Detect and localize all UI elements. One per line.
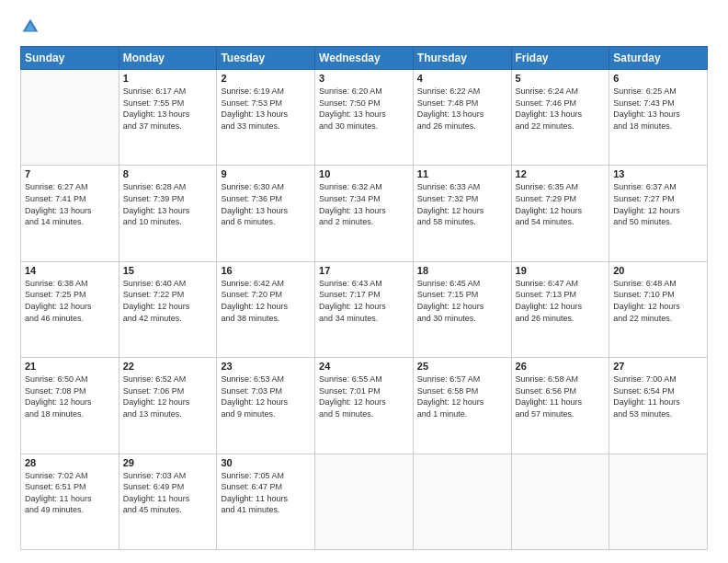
day-number: 28 (25, 457, 115, 468)
day-number: 24 (319, 361, 409, 372)
day-number: 16 (221, 265, 311, 276)
day-number: 25 (417, 361, 507, 372)
day-info: Sunrise: 7:00 AMSunset: 6:54 PMDaylight:… (613, 373, 703, 419)
day-number: 15 (123, 265, 213, 276)
day-number: 11 (417, 168, 507, 179)
weekday-wednesday: Wednesday (315, 47, 414, 70)
day-number: 12 (516, 168, 606, 179)
day-number: 21 (25, 361, 115, 372)
day-info: Sunrise: 6:48 AMSunset: 7:10 PMDaylight:… (613, 278, 703, 324)
day-cell (315, 454, 414, 549)
day-cell: 7Sunrise: 6:27 AMSunset: 7:41 PMDaylight… (21, 166, 119, 261)
day-info: Sunrise: 6:38 AMSunset: 7:25 PMDaylight:… (25, 278, 115, 324)
day-cell: 16Sunrise: 6:42 AMSunset: 7:20 PMDayligh… (217, 261, 315, 357)
day-cell: 21Sunrise: 6:50 AMSunset: 7:08 PMDayligh… (21, 358, 119, 454)
day-cell (21, 70, 119, 166)
day-info: Sunrise: 6:28 AMSunset: 7:39 PMDaylight:… (123, 181, 213, 227)
day-cell: 11Sunrise: 6:33 AMSunset: 7:32 PMDayligh… (413, 166, 511, 261)
day-number: 29 (123, 457, 213, 468)
day-info: Sunrise: 6:55 AMSunset: 7:01 PMDaylight:… (319, 373, 409, 419)
day-info: Sunrise: 6:20 AMSunset: 7:50 PMDaylight:… (319, 86, 409, 132)
day-number: 20 (613, 265, 703, 276)
day-cell: 14Sunrise: 6:38 AMSunset: 7:25 PMDayligh… (21, 261, 119, 357)
day-number: 6 (613, 73, 703, 84)
day-number: 7 (25, 168, 115, 179)
day-cell: 24Sunrise: 6:55 AMSunset: 7:01 PMDayligh… (315, 358, 414, 454)
day-info: Sunrise: 6:42 AMSunset: 7:20 PMDaylight:… (221, 278, 311, 324)
day-cell (511, 454, 609, 549)
weekday-monday: Monday (119, 47, 217, 70)
weekday-sunday: Sunday (21, 47, 119, 70)
day-info: Sunrise: 6:57 AMSunset: 6:58 PMDaylight:… (417, 373, 507, 419)
day-number: 30 (221, 457, 311, 468)
day-number: 8 (123, 168, 213, 179)
day-cell: 12Sunrise: 6:35 AMSunset: 7:29 PMDayligh… (511, 166, 609, 261)
day-info: Sunrise: 6:47 AMSunset: 7:13 PMDaylight:… (516, 278, 606, 324)
day-number: 17 (319, 265, 409, 276)
day-cell: 15Sunrise: 6:40 AMSunset: 7:22 PMDayligh… (119, 261, 217, 357)
day-cell: 17Sunrise: 6:43 AMSunset: 7:17 PMDayligh… (315, 261, 414, 357)
day-cell: 19Sunrise: 6:47 AMSunset: 7:13 PMDayligh… (511, 261, 609, 357)
logo (20, 17, 44, 37)
day-cell: 20Sunrise: 6:48 AMSunset: 7:10 PMDayligh… (609, 261, 708, 357)
day-cell: 8Sunrise: 6:28 AMSunset: 7:39 PMDaylight… (119, 166, 217, 261)
week-row-5: 28Sunrise: 7:02 AMSunset: 6:51 PMDayligh… (21, 454, 708, 549)
day-number: 3 (319, 73, 409, 84)
day-info: Sunrise: 6:25 AMSunset: 7:43 PMDaylight:… (613, 86, 703, 132)
day-cell: 26Sunrise: 6:58 AMSunset: 6:56 PMDayligh… (511, 358, 609, 454)
day-number: 5 (516, 73, 606, 84)
day-cell: 27Sunrise: 7:00 AMSunset: 6:54 PMDayligh… (609, 358, 708, 454)
day-info: Sunrise: 6:53 AMSunset: 7:03 PMDaylight:… (221, 373, 311, 419)
day-cell: 6Sunrise: 6:25 AMSunset: 7:43 PMDaylight… (609, 70, 708, 166)
calendar-table: SundayMondayTuesdayWednesdayThursdayFrid… (20, 46, 708, 550)
day-info: Sunrise: 7:03 AMSunset: 6:49 PMDaylight:… (123, 470, 213, 516)
page: SundayMondayTuesdayWednesdayThursdayFrid… (0, 0, 728, 563)
day-number: 14 (25, 265, 115, 276)
weekday-saturday: Saturday (609, 47, 708, 70)
weekday-thursday: Thursday (413, 47, 511, 70)
day-number: 13 (613, 168, 703, 179)
day-number: 2 (221, 73, 311, 84)
day-info: Sunrise: 6:32 AMSunset: 7:34 PMDaylight:… (319, 181, 409, 227)
day-info: Sunrise: 7:02 AMSunset: 6:51 PMDaylight:… (25, 470, 115, 516)
day-cell: 28Sunrise: 7:02 AMSunset: 6:51 PMDayligh… (21, 454, 119, 549)
day-cell: 23Sunrise: 6:53 AMSunset: 7:03 PMDayligh… (217, 358, 315, 454)
day-info: Sunrise: 7:05 AMSunset: 6:47 PMDaylight:… (221, 470, 311, 516)
day-cell: 4Sunrise: 6:22 AMSunset: 7:48 PMDaylight… (413, 70, 511, 166)
week-row-3: 14Sunrise: 6:38 AMSunset: 7:25 PMDayligh… (21, 261, 708, 357)
day-info: Sunrise: 6:37 AMSunset: 7:27 PMDaylight:… (613, 181, 703, 227)
day-cell: 29Sunrise: 7:03 AMSunset: 6:49 PMDayligh… (119, 454, 217, 549)
day-number: 26 (516, 361, 606, 372)
day-info: Sunrise: 6:30 AMSunset: 7:36 PMDaylight:… (221, 181, 311, 227)
day-info: Sunrise: 6:24 AMSunset: 7:46 PMDaylight:… (516, 86, 606, 132)
day-number: 19 (516, 265, 606, 276)
header (20, 17, 708, 37)
day-cell: 3Sunrise: 6:20 AMSunset: 7:50 PMDaylight… (315, 70, 414, 166)
day-info: Sunrise: 6:22 AMSunset: 7:48 PMDaylight:… (417, 86, 507, 132)
day-info: Sunrise: 6:50 AMSunset: 7:08 PMDaylight:… (25, 373, 115, 419)
day-number: 23 (221, 361, 311, 372)
week-row-2: 7Sunrise: 6:27 AMSunset: 7:41 PMDaylight… (21, 166, 708, 261)
day-number: 4 (417, 73, 507, 84)
day-cell: 2Sunrise: 6:19 AMSunset: 7:53 PMDaylight… (217, 70, 315, 166)
day-cell (413, 454, 511, 549)
day-info: Sunrise: 6:52 AMSunset: 7:06 PMDaylight:… (123, 373, 213, 419)
day-info: Sunrise: 6:45 AMSunset: 7:15 PMDaylight:… (417, 278, 507, 324)
day-info: Sunrise: 6:17 AMSunset: 7:55 PMDaylight:… (123, 86, 213, 132)
day-cell: 22Sunrise: 6:52 AMSunset: 7:06 PMDayligh… (119, 358, 217, 454)
day-cell: 18Sunrise: 6:45 AMSunset: 7:15 PMDayligh… (413, 261, 511, 357)
day-cell: 9Sunrise: 6:30 AMSunset: 7:36 PMDaylight… (217, 166, 315, 261)
day-info: Sunrise: 6:19 AMSunset: 7:53 PMDaylight:… (221, 86, 311, 132)
day-info: Sunrise: 6:43 AMSunset: 7:17 PMDaylight:… (319, 278, 409, 324)
day-info: Sunrise: 6:33 AMSunset: 7:32 PMDaylight:… (417, 181, 507, 227)
weekday-tuesday: Tuesday (217, 47, 315, 70)
day-cell: 13Sunrise: 6:37 AMSunset: 7:27 PMDayligh… (609, 166, 708, 261)
logo-icon (20, 17, 40, 37)
day-info: Sunrise: 6:40 AMSunset: 7:22 PMDaylight:… (123, 278, 213, 324)
day-number: 18 (417, 265, 507, 276)
weekday-friday: Friday (511, 47, 609, 70)
day-cell: 1Sunrise: 6:17 AMSunset: 7:55 PMDaylight… (119, 70, 217, 166)
weekday-header-row: SundayMondayTuesdayWednesdayThursdayFrid… (21, 47, 708, 70)
day-info: Sunrise: 6:27 AMSunset: 7:41 PMDaylight:… (25, 181, 115, 227)
week-row-1: 1Sunrise: 6:17 AMSunset: 7:55 PMDaylight… (21, 70, 708, 166)
